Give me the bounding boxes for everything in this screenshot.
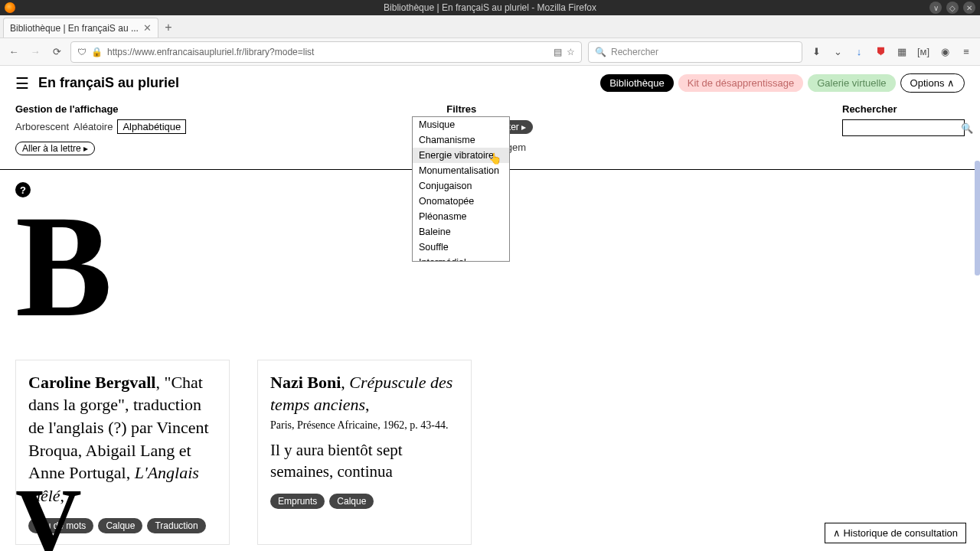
- reload-button[interactable]: ⟳: [49, 44, 64, 60]
- browser-navbar: ← → ⟳ 🛡 🔒 https://www.enfrancaisauplurie…: [0, 38, 980, 66]
- card-tag[interactable]: Traduction: [147, 518, 205, 533]
- browser-tabbar: Bibliothèque | En françaiS au ... ✕ +: [0, 15, 980, 38]
- card[interactable]: Nazi Boni, Crépuscule des temps anciens,…: [257, 360, 472, 545]
- dropdown-item[interactable]: Chamanisme: [413, 132, 509, 148]
- dropdown-item[interactable]: Pléonasme: [413, 209, 509, 224]
- site-header: ☰ En françaiS au pluriel Bibliothèque Ki…: [0, 66, 980, 99]
- next-section-letter: V: [15, 468, 82, 551]
- extension-icon-2[interactable]: [м]: [916, 44, 931, 60]
- reader-icon[interactable]: ▤: [554, 47, 562, 57]
- card-heading: Nazi Boni, Crépuscule des temps anciens,: [270, 371, 459, 416]
- pocket-icon[interactable]: ⌄: [830, 44, 845, 60]
- ublock-icon[interactable]: ⛊: [873, 44, 888, 60]
- nav-options[interactable]: Options ∧: [900, 73, 965, 93]
- dropdown-item[interactable]: Onomatopée: [413, 194, 509, 209]
- card-tags: Emprunts Calque: [270, 494, 459, 509]
- page-scrollbar[interactable]: [975, 161, 980, 276]
- page-viewport: ☰ En françaiS au pluriel Bibliothèque Ki…: [0, 66, 980, 551]
- url-bar[interactable]: 🛡 🔒 https://www.enfrancaisaupluriel.fr/l…: [70, 41, 582, 63]
- new-tab-button[interactable]: +: [158, 18, 178, 37]
- card-publication: Paris, Présence Africaine, 1962, p. 43-4…: [270, 419, 459, 432]
- filters-label: Filtres: [446, 103, 533, 115]
- card-tag[interactable]: Calque: [98, 518, 142, 533]
- dropdown-item[interactable]: Souffle: [413, 240, 509, 255]
- display-label: Gestion de l'affichage: [15, 103, 186, 115]
- search-group: Rechercher 🔍: [842, 103, 965, 155]
- dropdown-item[interactable]: Energie vibratoire: [413, 148, 509, 163]
- mode-aleatoire[interactable]: Aléatoire: [74, 121, 113, 132]
- dropdown-item[interactable]: Baleine: [413, 224, 509, 240]
- card-tag[interactable]: Emprunts: [270, 494, 325, 509]
- history-button[interactable]: ∧ Historique de consultation: [825, 523, 966, 543]
- forward-button[interactable]: →: [28, 44, 43, 60]
- search-placeholder: Rechercher: [611, 47, 658, 57]
- search-icon: 🔍: [595, 47, 606, 57]
- dropdown-item[interactable]: Conjugaison: [413, 178, 509, 194]
- site-menu-icon[interactable]: ☰: [15, 74, 29, 93]
- dropdown-item[interactable]: Intermédial: [413, 255, 509, 262]
- nav-kit[interactable]: Kit de désapprentissage: [678, 74, 803, 92]
- tab-title: Bibliothèque | En françaiS au ...: [10, 23, 139, 34]
- extension-icon-3[interactable]: ◉: [937, 44, 952, 60]
- browser-search-bar[interactable]: 🔍 Rechercher: [588, 41, 802, 63]
- downloads-icon[interactable]: ⬇: [808, 44, 824, 60]
- dropdown-item[interactable]: Monumentalisation: [413, 163, 509, 178]
- shield-icon: 🛡: [77, 47, 87, 57]
- site-title: En françaiS au pluriel: [38, 75, 179, 91]
- download-arrow-icon[interactable]: ↓: [851, 44, 867, 60]
- back-button[interactable]: ←: [6, 44, 21, 60]
- bookmark-star-icon[interactable]: ☆: [567, 47, 575, 57]
- nav-pills: Bibliothèque Kit de désapprentissage Gal…: [600, 73, 965, 93]
- nav-galerie[interactable]: Galerie virtuelle: [808, 74, 895, 92]
- extension-icon-1[interactable]: ▦: [894, 44, 910, 60]
- window-titlebar: Bibliothèque | En françaiS au pluriel - …: [0, 0, 980, 15]
- cards-row: Caroline Bergvall, "Chat dans la gorge",…: [15, 360, 965, 545]
- mode-alphabetique[interactable]: Alphabétique: [117, 119, 186, 134]
- minimize-icon[interactable]: ∨: [929, 2, 942, 14]
- card-author: Caroline Bergvall: [28, 373, 155, 392]
- window-title: Bibliothèque | En françaiS au pluriel - …: [384, 2, 596, 13]
- firefox-logo-icon: [5, 2, 15, 13]
- tag-dropdown[interactable]: MusiqueChamanismeEnergie vibratoireMonum…: [412, 116, 510, 262]
- goto-letter-button[interactable]: Aller à la lettre ▸: [15, 142, 95, 155]
- dropdown-item[interactable]: Musique: [413, 117, 509, 132]
- search-icon[interactable]: 🔍: [961, 122, 973, 134]
- hamburger-menu-icon[interactable]: ≡: [959, 44, 974, 60]
- site-search-input[interactable]: [846, 122, 961, 133]
- card-author: Nazi Boni: [270, 373, 341, 392]
- search-label: Rechercher: [842, 103, 965, 115]
- url-text: https://www.enfrancaisaupluriel.fr/libra…: [107, 47, 549, 57]
- close-icon[interactable]: ✕: [963, 2, 975, 14]
- site-search-box[interactable]: 🔍: [842, 119, 965, 136]
- card-tag[interactable]: Calque: [329, 494, 374, 509]
- tab-close-icon[interactable]: ✕: [143, 22, 152, 34]
- mode-arborescent[interactable]: Arborescent: [15, 121, 69, 132]
- browser-tab[interactable]: Bibliothèque | En françaiS au ... ✕: [3, 18, 158, 37]
- card-excerpt: Il y aura bientôt sept semaines, continu…: [270, 439, 459, 483]
- lock-icon: 🔒: [91, 47, 103, 57]
- display-group: Gestion de l'affichage Arborescent Aléat…: [15, 103, 186, 155]
- maximize-icon[interactable]: ◇: [946, 2, 959, 14]
- nav-bibliotheque[interactable]: Bibliothèque: [600, 74, 674, 92]
